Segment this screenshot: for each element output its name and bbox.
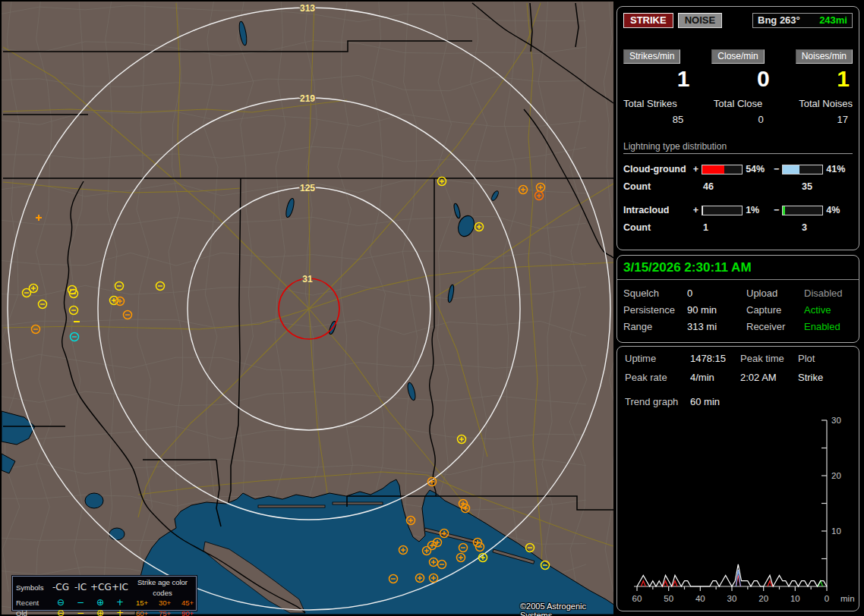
app-root: 31321912531 Symbols-CG-IC+CG+ICStrike ag… [0, 0, 864, 616]
peak-time-label: Peak time [740, 353, 798, 364]
capture-label: Capture [746, 304, 804, 316]
total-strikes-value: 85 [623, 114, 692, 125]
ic-count-row: Count 1 3 [623, 222, 853, 233]
total-noises-label: Total Noises [784, 98, 853, 109]
svg-text:50: 50 [664, 594, 673, 603]
minus-sign: − [772, 205, 781, 215]
legend-glyph-+IC: + [110, 608, 130, 616]
legend-glyph-+CG: ⊕ [90, 608, 110, 616]
plus-sign: + [692, 164, 701, 174]
receiver-label: Receiver [746, 321, 804, 332]
legend-glyph--IC: − [71, 608, 90, 616]
strike-button[interactable]: STRIKE [623, 13, 673, 28]
trend-chart: 1020306050403020100min [625, 409, 862, 612]
noise-button[interactable]: NOISE [678, 13, 722, 28]
ring-label-313: 313 [300, 3, 315, 14]
ic-positive-bar [702, 206, 743, 215]
svg-text:20: 20 [758, 594, 768, 603]
side-panel: STRIKE NOISE Bng 263° 243mi Strikes/min … [615, 0, 864, 616]
legend-row-old: Old [16, 608, 51, 616]
svg-text:min: min [840, 594, 855, 603]
persistence-label: Persistence [623, 304, 687, 316]
datetime-display: 3/15/2026 2:30:11 AM [617, 256, 859, 280]
trend-graph-label: Trend graph [625, 396, 690, 407]
bearing-distance: 243mi [819, 14, 847, 26]
peak-rate-value: 4/min [690, 372, 740, 383]
legend-col-+IC: +IC [110, 583, 130, 593]
legend-col-+CG: +CG [90, 583, 110, 593]
legend-glyph-+IC: + [110, 598, 130, 608]
legend-glyph--IC: − [71, 598, 90, 608]
close-per-min-label: Close/min [711, 49, 764, 64]
range-label: Range [623, 321, 687, 332]
legend-ages: 15+30+45+ [130, 598, 195, 608]
intracloud-row: Intracloud + 1% − 4% [623, 205, 853, 215]
count-label: Count [623, 181, 703, 192]
total-close-label: Total Close [703, 98, 772, 109]
close-per-min-value: 0 [703, 67, 772, 91]
cg-negative-bar [782, 165, 823, 174]
persistence-value: 90 min [687, 304, 746, 316]
strikes-per-min-value: 1 [623, 67, 692, 91]
cg-count-row: Count 46 35 [623, 181, 853, 192]
svg-text:30: 30 [831, 416, 841, 425]
bearing-display: Bng 263° 243mi [752, 13, 853, 28]
svg-text:10: 10 [790, 594, 800, 603]
map-canvas[interactable]: 31321912531 [2, 2, 613, 614]
legend-col--IC: -IC [71, 583, 90, 593]
svg-text:30: 30 [727, 594, 737, 603]
age-code-90+: 90+ [181, 608, 194, 616]
uptime-value: 1478:15 [690, 353, 740, 364]
cg-negative-pct: 41% [826, 164, 853, 174]
bearing-label: Bng 263° [758, 14, 800, 26]
counters-box: STRIKE NOISE Bng 263° 243mi Strikes/min … [616, 6, 859, 250]
copyright-text: ©2005 Astrogenic Systems [520, 602, 613, 616]
ring-label-31: 31 [302, 274, 313, 284]
trend-box: Uptime 1478:15 Peak time Plot Peak rate … [616, 346, 859, 611]
strikes-per-min-label: Strikes/min [623, 49, 680, 64]
legend-glyph-+CG: ⊕ [90, 598, 110, 608]
legend-ages: 60+75+90+ [130, 608, 195, 616]
legend-symbols-header: Symbols [16, 583, 51, 593]
map-panel: 31321912531 Symbols-CG-IC+CG+ICStrike ag… [2, 2, 613, 614]
peak-rate-label: Peak rate [625, 372, 690, 383]
ic-negative-bar [782, 206, 823, 215]
uptime-label: Uptime [625, 353, 690, 364]
ring-label-125: 125 [300, 183, 315, 193]
cg-negative-count: 35 [802, 181, 812, 192]
legend-row-recent: Recent [16, 598, 51, 608]
cg-positive-bar [702, 165, 743, 174]
legend-glyph--CG: ⊖ [51, 598, 71, 608]
squelch-label: Squelch [623, 288, 687, 299]
age-code-60+: 60+ [136, 608, 148, 616]
cg-positive-pct: 54% [746, 164, 772, 174]
map-legend: Symbols-CG-IC+CG+ICStrike age color code… [12, 576, 197, 611]
cloud-ground-row: Cloud-ground + 54% − 41% [623, 164, 853, 174]
plot-label: Plot [798, 353, 854, 364]
age-code-45+: 45+ [181, 598, 194, 608]
svg-text:0: 0 [825, 594, 829, 603]
range-value: 313 mi [687, 321, 746, 332]
legend-glyph--CG: ⊖ [51, 608, 71, 616]
ic-negative-count: 3 [802, 222, 807, 233]
ring-label-219: 219 [300, 93, 315, 104]
legend-age-header: Strike age color codes [130, 577, 195, 598]
upload-status: Disabled [804, 288, 853, 299]
age-code-15+: 15+ [136, 598, 148, 608]
trend-graph-value: 60 min [690, 396, 720, 407]
capture-status: Active [804, 304, 853, 316]
upload-label: Upload [746, 288, 804, 299]
peak-time-value: 2:02 AM [740, 372, 798, 383]
noises-per-min-label: Noises/min [796, 49, 853, 64]
minus-sign: − [772, 164, 781, 174]
distribution-title: Lightning type distribution [623, 141, 853, 154]
ic-negative-pct: 4% [826, 205, 853, 215]
ic-positive-count: 1 [703, 222, 802, 233]
cloud-ground-label: Cloud-ground [623, 164, 692, 174]
noises-per-min-value: 1 [784, 67, 853, 91]
svg-text:20: 20 [831, 471, 841, 480]
age-code-30+: 30+ [159, 598, 171, 608]
total-close-value: 0 [703, 114, 772, 125]
total-noises-value: 17 [784, 114, 853, 125]
squelch-value: 0 [687, 288, 746, 299]
